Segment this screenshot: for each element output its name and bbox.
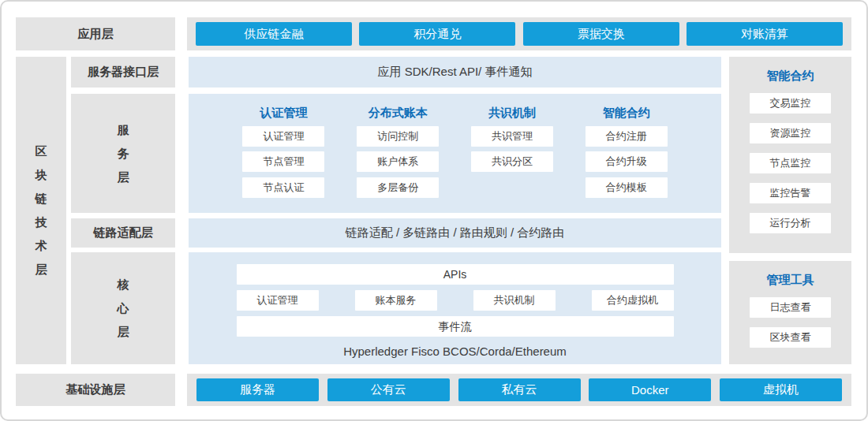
service-column-smart-contract: 智能合约 合约注册 合约升级 合约模板 (569, 104, 683, 213)
right-panel-item: 监控告警 (750, 183, 831, 203)
server-interface-layer-content: 应用 SDK/Rest API/ 事件通知 (189, 57, 721, 88)
app-layer-label-text: 应用层 (78, 27, 114, 42)
infra-button-docker: Docker (589, 378, 711, 401)
app-layer-strip: 供应链金融 积分通兑 票据交换 对账清算 (187, 17, 851, 50)
service-item: 共识分区 (471, 151, 553, 172)
service-item: 合约注册 (586, 126, 668, 147)
app-button-bill-exchange: 票据交换 (523, 22, 679, 46)
service-item: 节点认证 (242, 177, 324, 198)
core-item: 共识机制 (473, 290, 556, 311)
right-panel-item: 区块查看 (750, 327, 831, 348)
server-interface-layer-content-text: 应用 SDK/Rest API/ 事件通知 (378, 65, 533, 80)
right-panel-header: 管理工具 (729, 271, 851, 288)
right-panel-item: 日志查看 (750, 297, 831, 318)
core-layer-label-text: 核心层 (117, 273, 129, 344)
architecture-diagram: 应用层 供应链金融 积分通兑 票据交换 对账清算 区块链技术层 服务器接口层 应… (0, 0, 868, 421)
service-column-header: 分布式账本 (341, 104, 455, 121)
service-item: 访问控制 (357, 126, 439, 147)
blockchain-tech-layer-label: 区块链技术层 (16, 57, 66, 364)
app-button-points-exchange: 积分通兑 (359, 22, 515, 46)
service-column-header: 认证管理 (226, 104, 341, 121)
right-panel-item: 节点监控 (750, 153, 831, 173)
service-column-consensus: 共识机制 共识管理 共识分区 (455, 104, 570, 213)
core-item: 合约虚拟机 (592, 290, 674, 311)
blockchain-tech-layer-label-text: 区块链技术层 (35, 140, 47, 281)
server-interface-layer-label: 服务器接口层 (71, 57, 175, 88)
app-button-supply-chain-finance: 供应链金融 (196, 22, 352, 46)
service-item: 账户体系 (357, 151, 439, 172)
app-button-reconciliation-clearing: 对账清算 (687, 22, 843, 46)
core-apis-bar: APIs (237, 264, 674, 285)
infra-button-private-cloud: 私有云 (458, 378, 581, 401)
right-panel-item: 交易监控 (750, 93, 831, 114)
service-item: 合约升级 (586, 151, 668, 172)
infra-button-vm: 虚拟机 (720, 378, 842, 401)
service-layer-label-text: 服务层 (117, 118, 129, 189)
service-column-header: 智能合约 (569, 104, 683, 121)
core-layer-label: 核心层 (71, 252, 175, 364)
link-adapter-layer-content: 链路适配 / 多链路由 / 路由规则 / 合约路由 (189, 218, 721, 248)
right-panel-management-tools: 管理工具 日志查看 区块查看 (729, 261, 851, 364)
app-layer-label: 应用层 (16, 17, 175, 50)
service-item: 节点管理 (242, 151, 324, 172)
infra-button-server: 服务器 (196, 378, 319, 401)
service-item: 认证管理 (242, 126, 324, 147)
right-panel-item: 资源监控 (750, 123, 831, 143)
link-adapter-layer-content-text: 链路适配 / 多链路由 / 路由规则 / 合约路由 (346, 225, 565, 240)
server-interface-layer-label-text: 服务器接口层 (88, 65, 159, 80)
core-layer-content: APIs 认证管理 账本服务 共识机制 合约虚拟机 事件流 Hyperledge… (189, 252, 721, 364)
service-item: 多层备份 (357, 177, 439, 198)
right-panel-header: 智能合约 (729, 67, 851, 84)
service-column-header: 共识机制 (455, 104, 570, 121)
core-item: 认证管理 (237, 290, 319, 311)
core-platforms-text: Hyperledger Fisco BCOS/Corda/Ethereum (237, 345, 674, 358)
core-event-stream-bar: 事件流 (237, 316, 674, 337)
service-layer-label: 服务层 (71, 94, 175, 213)
core-items-row: 认证管理 账本服务 共识机制 合约虚拟机 (237, 290, 674, 311)
service-item: 共识管理 (471, 126, 553, 147)
service-column-ledger: 分布式账本 访问控制 账户体系 多层备份 (341, 104, 455, 213)
infra-layer-label-text: 基础设施层 (66, 382, 125, 397)
core-item: 账本服务 (355, 290, 437, 311)
infra-layer-strip: 服务器 公有云 私有云 Docker 虚拟机 (187, 374, 851, 406)
right-panel-smart-contract: 智能合约 交易监控 资源监控 节点监控 监控告警 运行分析 (729, 57, 851, 253)
infra-button-public-cloud: 公有云 (327, 378, 450, 401)
service-column-auth: 认证管理 认证管理 节点管理 节点认证 (226, 104, 341, 213)
link-adapter-layer-label-text: 链路适配层 (94, 225, 153, 240)
right-panel-item: 运行分析 (750, 213, 831, 233)
infra-layer-label: 基础设施层 (16, 374, 175, 406)
service-layer-content: 认证管理 认证管理 节点管理 节点认证 分布式账本 访问控制 账户体系 多层备份… (189, 94, 721, 213)
service-item: 合约模板 (586, 177, 668, 198)
link-adapter-layer-label: 链路适配层 (71, 218, 175, 248)
